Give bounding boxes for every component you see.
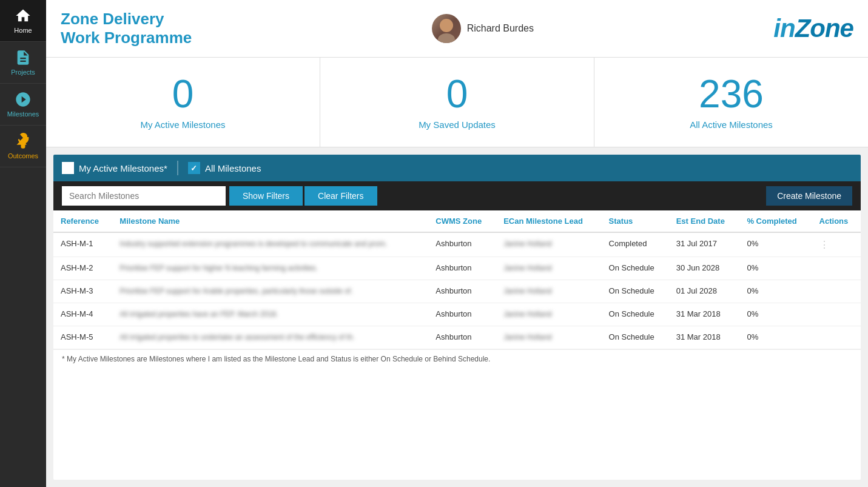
filter-bar: Show Filters Clear Filters Create Milest… [53, 181, 861, 210]
cell-status: On Schedule [602, 257, 669, 280]
clear-filters-button[interactable]: Clear Filters [304, 186, 377, 206]
cell-reference: ASH-M-5 [53, 326, 112, 349]
cell-milestone-name: Industry supported extension programmes … [112, 232, 428, 257]
cell-pct-completed: 0% [739, 232, 812, 257]
cell-cwms-zone: Ashburton [428, 326, 496, 349]
all-milestones-toggle[interactable]: All Milestones [188, 162, 261, 174]
cell-ecan-lead: Janine Holland [496, 303, 601, 326]
sidebar-item-milestones[interactable]: Milestones [0, 84, 46, 126]
cell-reference: ASH-M-2 [53, 257, 112, 280]
cell-ecan-lead: Janine Holland [496, 280, 601, 303]
main-content: Zone Delivery Work Programme Richard Bur… [46, 0, 868, 487]
table-row[interactable]: ASH-M-2Prioritise FEP support for higher… [53, 257, 861, 280]
show-filters-button[interactable]: Show Filters [229, 186, 303, 206]
my-active-checkbox-label: My Active Milestones* [79, 163, 167, 173]
sidebar-item-home[interactable]: Home [0, 0, 46, 42]
cell-actions[interactable] [812, 303, 861, 326]
col-reference: Reference [53, 210, 112, 232]
sidebar-item-projects-label: Projects [11, 69, 35, 76]
sidebar-item-home-label: Home [14, 27, 32, 34]
my-saved-count: 0 [446, 75, 468, 113]
col-est-end-date: Est End Date [669, 210, 740, 232]
cell-status: Completed [602, 232, 669, 257]
logo: inZone [773, 14, 853, 43]
cell-est-end-date: 31 Mar 2018 [669, 326, 740, 349]
cell-status: On Schedule [602, 303, 669, 326]
stats-row: 0 My Active Milestones 0 My Saved Update… [46, 58, 868, 147]
cell-milestone-name: Prioritise FEP support for Arable proper… [112, 280, 428, 303]
cell-cwms-zone: Ashburton [428, 232, 496, 257]
stat-all-active-milestones: 236 All Active Milestones [594, 58, 868, 147]
search-input[interactable] [62, 186, 226, 206]
milestones-icon [15, 91, 32, 108]
cell-actions[interactable] [812, 280, 861, 303]
col-ecan-lead: ECan Milestone Lead [496, 210, 601, 232]
cell-cwms-zone: Ashburton [428, 303, 496, 326]
toolbar-divider [177, 161, 178, 175]
cell-pct-completed: 0% [739, 257, 812, 280]
cell-ecan-lead: Janine Holland [496, 326, 601, 349]
create-milestone-button[interactable]: Create Milestone [766, 186, 852, 206]
cell-pct-completed: 0% [739, 280, 812, 303]
stat-my-saved-updates: 0 My Saved Updates [320, 58, 594, 147]
my-saved-label: My Saved Updates [419, 119, 496, 130]
sidebar-item-milestones-label: Milestones [7, 110, 39, 118]
col-milestone-name: Milestone Name [112, 210, 428, 232]
cell-actions[interactable] [812, 257, 861, 280]
all-milestones-checkbox-label: All Milestones [205, 163, 261, 173]
cell-est-end-date: 31 Mar 2018 [669, 303, 740, 326]
stat-my-active-milestones: 0 My Active Milestones [46, 58, 320, 147]
footer-note: * My Active Milestones are Milestones wh… [53, 349, 861, 368]
home-icon [15, 7, 32, 24]
outcomes-icon [15, 133, 32, 150]
cell-pct-completed: 0% [739, 303, 812, 326]
col-cwms-zone: CWMS Zone [428, 210, 496, 232]
cell-pct-completed: 0% [739, 326, 812, 349]
sidebar-item-outcomes[interactable]: Outcomes [0, 126, 46, 167]
cell-status: On Schedule [602, 280, 669, 303]
table-body: ASH-M-1Industry supported extension prog… [53, 232, 861, 349]
table-header: Reference Milestone Name CWMS Zone ECan … [53, 210, 861, 232]
my-active-label: My Active Milestones [140, 119, 225, 130]
page-header: Zone Delivery Work Programme Richard Bur… [46, 0, 868, 58]
cell-milestone-name: All irrigated properties to undertake an… [112, 326, 428, 349]
cell-status: On Schedule [602, 326, 669, 349]
cell-est-end-date: 30 Jun 2028 [669, 257, 740, 280]
cell-reference: ASH-M-3 [53, 280, 112, 303]
cell-actions[interactable] [812, 326, 861, 349]
table-section: My Active Milestones* All Milestones Sho… [53, 155, 861, 480]
table-row[interactable]: ASH-M-1Industry supported extension prog… [53, 232, 861, 257]
col-actions: Actions [812, 210, 861, 232]
projects-icon [15, 49, 32, 66]
milestones-table: Reference Milestone Name CWMS Zone ECan … [53, 210, 861, 349]
sidebar-item-projects[interactable]: Projects [0, 42, 46, 84]
cell-est-end-date: 01 Jul 2028 [669, 280, 740, 303]
table-row[interactable]: ASH-M-3Prioritise FEP support for Arable… [53, 280, 861, 303]
cell-reference: ASH-M-4 [53, 303, 112, 326]
cell-milestone-name: All irrigated properties have an FEP. Ma… [112, 303, 428, 326]
cell-actions[interactable]: ⋮ [812, 232, 861, 257]
table-row[interactable]: ASH-M-4All irrigated properties have an … [53, 303, 861, 326]
sidebar-item-outcomes-label: Outcomes [8, 152, 38, 160]
table-wrapper[interactable]: Reference Milestone Name CWMS Zone ECan … [53, 210, 861, 480]
my-active-milestones-toggle[interactable]: My Active Milestones* [62, 162, 167, 174]
all-active-label: All Active Milestones [690, 119, 773, 130]
my-active-count: 0 [172, 75, 194, 113]
table-row[interactable]: ASH-M-5All irrigated properties to under… [53, 326, 861, 349]
cell-milestone-name: Prioritise FEP support for higher N leac… [112, 257, 428, 280]
cell-cwms-zone: Ashburton [428, 257, 496, 280]
all-active-count: 236 [699, 75, 764, 113]
cell-reference: ASH-M-1 [53, 232, 112, 257]
username: Richard Burdes [467, 23, 534, 34]
avatar [432, 14, 461, 43]
col-status: Status [602, 210, 669, 232]
cell-ecan-lead: Janine Holland [496, 257, 601, 280]
cell-cwms-zone: Ashburton [428, 280, 496, 303]
cell-ecan-lead: Janine Holland [496, 232, 601, 257]
cell-est-end-date: 31 Jul 2017 [669, 232, 740, 257]
all-milestones-checkbox[interactable] [188, 162, 200, 174]
my-active-checkbox[interactable] [62, 162, 74, 174]
col-pct-completed: % Completed [739, 210, 812, 232]
user-info: Richard Burdes [432, 14, 534, 43]
page-title: Zone Delivery Work Programme [61, 10, 192, 47]
